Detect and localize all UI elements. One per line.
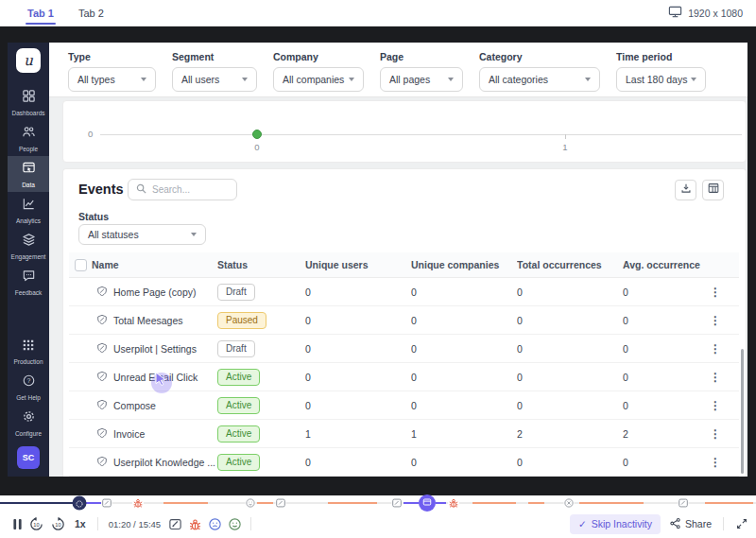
pause-button[interactable] <box>12 518 23 530</box>
filter-select-type[interactable]: All types <box>68 67 156 92</box>
bug-marker-icon[interactable] <box>132 497 144 509</box>
playhead[interactable] <box>73 496 87 511</box>
table-row[interactable]: Userpilot Knowledge ... Active 0 0 0 0 ⋮ <box>69 448 739 477</box>
cell-unique-companies: 0 <box>411 372 517 383</box>
events-title: Events <box>78 182 124 197</box>
sentiment-marker-icon[interactable] <box>564 498 575 509</box>
table-row[interactable]: Compose Active 0 0 0 0 ⋮ <box>69 391 739 420</box>
kebab-menu-icon[interactable]: ⋮ <box>704 399 727 412</box>
table-row[interactable]: Userpilot | Settings Draft 0 0 0 0 ⋮ <box>69 335 739 363</box>
event-segment <box>436 502 446 504</box>
production-icon <box>22 338 35 356</box>
divider <box>97 517 98 530</box>
replay-tab-bar: Tab 1 Tab 2 1920 x 1080 <box>0 0 756 26</box>
filter-select-category[interactable]: All categories <box>479 67 600 92</box>
filter-select-company[interactable]: All companies <box>273 67 364 92</box>
sidebar-item-production[interactable]: Production <box>8 334 49 369</box>
table-row[interactable]: Invoice Active 1 1 2 2 ⋮ <box>69 420 739 448</box>
report-bug-button[interactable] <box>188 517 202 531</box>
sentiment-marker-icon[interactable] <box>246 498 256 509</box>
add-note-button[interactable] <box>168 517 182 531</box>
rewind-10-button[interactable]: 10 <box>28 516 44 532</box>
divider <box>723 517 724 530</box>
search-input[interactable] <box>152 184 228 195</box>
gear-icon <box>22 409 36 427</box>
filter-select-time-period[interactable]: Last 180 days <box>616 67 706 92</box>
help-icon: ? <box>22 373 36 391</box>
cell-avg-occurrence: 0 <box>623 400 704 411</box>
events-table: Name Status Unique users Unique companie… <box>69 252 739 477</box>
kebab-menu-icon[interactable]: ⋮ <box>704 427 727 441</box>
column-header-name[interactable]: Name <box>92 259 217 270</box>
vertical-scrollbar[interactable] <box>741 349 744 474</box>
chart-tick <box>565 134 566 139</box>
note-marker-icon[interactable] <box>276 498 286 509</box>
timeline[interactable] <box>0 495 756 511</box>
filter-label-page: Page <box>380 51 463 62</box>
filter-select-segment[interactable]: All users <box>172 67 257 92</box>
session-replay-viewer: Tab 1 Tab 2 1920 x 1080 u Dashboards Peo… <box>0 0 756 538</box>
note-marker-icon[interactable] <box>102 498 112 509</box>
sidebar-item-configure[interactable]: Configure <box>8 405 49 441</box>
cell-total-occurrences: 2 <box>517 428 623 440</box>
event-name: Home Page (copy) <box>113 286 197 298</box>
fullscreen-button[interactable] <box>735 517 748 530</box>
chart-line <box>100 134 742 135</box>
userpilot-logo[interactable]: u <box>16 48 41 73</box>
chart-data-point[interactable] <box>252 130 262 139</box>
sidebar-item-analytics[interactable]: Analytics <box>8 192 49 228</box>
filter-label-type: Type <box>68 51 156 62</box>
status-filter-select[interactable]: All statuses <box>78 224 206 245</box>
skip-inactivity-toggle[interactable]: ✓ Skip Inactivity <box>570 514 661 534</box>
tabs: Tab 1 Tab 2 <box>0 0 116 26</box>
chevron-down-icon <box>242 78 248 81</box>
sidebar-item-people[interactable]: People <box>8 120 49 156</box>
filter-value: Last 180 days <box>626 74 687 85</box>
sidebar-label: Dashboards <box>11 110 44 116</box>
event-name: Userpilot Knowledge ... <box>113 457 215 468</box>
kebab-menu-icon[interactable]: ⋮ <box>704 342 727 356</box>
sidebar-item-dashboards[interactable]: Dashboards <box>8 84 49 120</box>
sidebar-item-get-help[interactable]: ? Get Help <box>8 369 49 405</box>
table-columns-icon <box>707 182 720 199</box>
cell-avg-occurrence: 0 <box>623 343 704 355</box>
forward-10-button[interactable]: 10 <box>50 516 66 532</box>
events-search[interactable] <box>128 179 237 200</box>
filter-bar: Type All types Segment All users Company… <box>49 43 747 97</box>
kebab-menu-icon[interactable]: ⋮ <box>704 286 727 299</box>
happy-marker-button[interactable] <box>228 517 242 531</box>
sidebar-item-data[interactable]: Data <box>8 156 49 192</box>
note-marker-icon[interactable] <box>679 498 689 509</box>
column-header-unique-users[interactable]: Unique users <box>305 259 411 270</box>
inactivity-segment <box>579 502 644 504</box>
sidebar-item-feedback[interactable]: Feedback <box>8 264 49 300</box>
table-row[interactable]: Total Meesages Paused 0 0 0 0 ⋮ <box>69 306 739 335</box>
analytics-icon <box>22 197 36 215</box>
tab-2[interactable]: Tab 2 <box>66 0 116 26</box>
column-header-unique-companies[interactable]: Unique companies <box>411 259 517 270</box>
column-header-total-occurrences[interactable]: Total occurrences <box>517 259 623 270</box>
kebab-menu-icon[interactable]: ⋮ <box>704 371 727 384</box>
note-marker-icon[interactable] <box>392 498 403 509</box>
filter-select-page[interactable]: All pages <box>380 67 463 92</box>
share-button[interactable]: Share <box>669 517 712 531</box>
bug-marker-icon[interactable] <box>448 497 459 509</box>
column-header-status[interactable]: Status <box>217 259 305 270</box>
kebab-menu-icon[interactable]: ⋮ <box>704 314 727 327</box>
kebab-menu-icon[interactable]: ⋮ <box>704 456 727 469</box>
playback-speed[interactable]: 1x <box>72 518 89 529</box>
table-row[interactable]: Home Page (copy) Draft 0 0 0 0 ⋮ <box>69 278 739 306</box>
user-avatar[interactable]: SC <box>17 446 40 469</box>
select-all-checkbox[interactable] <box>75 259 87 271</box>
columns-button[interactable] <box>702 180 724 200</box>
cell-avg-occurrence: 0 <box>623 286 704 298</box>
check-icon: ✓ <box>578 518 587 529</box>
frustration-marker-button[interactable] <box>208 517 222 531</box>
tab-1[interactable]: Tab 1 <box>15 0 66 26</box>
cell-unique-companies: 0 <box>411 343 517 355</box>
column-header-avg-occurrence[interactable]: Avg. occurrence <box>623 259 704 270</box>
resolution-indicator: 1920 x 1080 <box>668 5 756 21</box>
export-button[interactable] <box>675 180 696 200</box>
share-label: Share <box>685 518 712 529</box>
sidebar-item-engagement[interactable]: Engagement <box>8 228 49 264</box>
